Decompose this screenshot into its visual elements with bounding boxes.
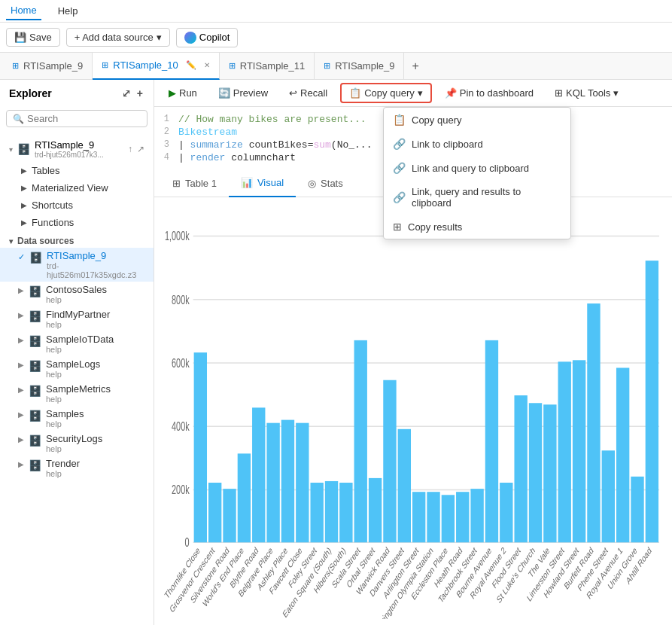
bar-9[interactable] bbox=[325, 481, 338, 542]
data-source-item-4[interactable]: ▶ 🗄️ SampleMetrics help bbox=[0, 381, 154, 406]
link-all-icon: 🔗 bbox=[393, 191, 406, 203]
bar-11[interactable] bbox=[354, 340, 367, 542]
data-source-item-3[interactable]: ▶ 🗄️ SampleLogs help bbox=[0, 356, 154, 381]
data-source-item-7[interactable]: ▶ 🗄️ Trender help bbox=[0, 456, 154, 480]
ds-info-6: SecurityLogs help bbox=[46, 433, 102, 453]
bar-10[interactable] bbox=[339, 483, 352, 542]
chevron-down-icon-cq: ▾ bbox=[418, 87, 423, 99]
copilot-button[interactable]: Copilot bbox=[176, 28, 238, 47]
data-source-item-2[interactable]: ▶ 🗄️ SampleIoTData help bbox=[0, 331, 154, 356]
expand-icon[interactable]: ⤢ bbox=[120, 86, 132, 101]
bar-14[interactable] bbox=[398, 429, 411, 542]
bar-18[interactable] bbox=[456, 492, 469, 542]
data-source-active[interactable]: ✓ 🗄️ RTISample_9 trd-hjut526m017k35xgdc.… bbox=[0, 248, 154, 282]
dropdown-link-query-results[interactable]: 🔗 Link, query and results to clipboard bbox=[384, 180, 570, 215]
bar-16[interactable] bbox=[427, 492, 439, 542]
sidebar-item-shortcuts[interactable]: ▶ Shortcuts bbox=[0, 197, 154, 214]
dropdown-copy-query[interactable]: 📋 Copy query bbox=[384, 108, 570, 132]
result-tab-table[interactable]: ⊞ Table 1 bbox=[160, 170, 229, 197]
ds-info-1: FindMyPartner help bbox=[46, 309, 110, 329]
bar-31[interactable] bbox=[646, 261, 658, 542]
bar-0[interactable] bbox=[194, 352, 207, 542]
edit-icon[interactable]: ✏️ bbox=[186, 60, 196, 70]
add-data-source-button[interactable]: + Add data source ▾ bbox=[66, 28, 170, 47]
bar-29[interactable] bbox=[616, 367, 629, 542]
ds-icon-7: 🗄️ bbox=[29, 459, 41, 471]
bar-1[interactable] bbox=[208, 483, 221, 542]
dropdown-link-clipboard[interactable]: 🔗 Link to clipboard bbox=[384, 132, 570, 156]
bar-4[interactable] bbox=[252, 407, 265, 542]
bar-28[interactable] bbox=[602, 450, 615, 542]
bar-23[interactable] bbox=[529, 403, 542, 542]
stats-icon: ◎ bbox=[308, 178, 316, 189]
bar-25[interactable] bbox=[558, 361, 571, 542]
open-new-icon[interactable]: ↗ bbox=[137, 144, 144, 154]
preview-button[interactable]: 🔄 Preview bbox=[210, 84, 276, 102]
data-source-item-0[interactable]: ▶ 🗄️ ContosoSales help bbox=[0, 282, 154, 306]
run-button[interactable]: ▶ Run bbox=[160, 84, 205, 102]
db-icon-active: 🗄️ bbox=[29, 252, 42, 264]
tab-close-button[interactable]: ✕ bbox=[204, 61, 210, 69]
bar-21[interactable] bbox=[500, 483, 512, 542]
bar-22[interactable] bbox=[514, 395, 527, 542]
bar-19[interactable] bbox=[470, 489, 483, 542]
pin-dashboard-button[interactable]: 📌 Pin to dashboard bbox=[436, 84, 542, 102]
ds-icon-4: 🗄️ bbox=[29, 385, 41, 397]
bar-20[interactable] bbox=[485, 340, 498, 542]
chevron-right-ds-5: ▶ bbox=[18, 410, 24, 419]
search-input[interactable] bbox=[27, 113, 141, 124]
ds-info-5: Samples help bbox=[46, 408, 84, 428]
ds-icon-0: 🗄️ bbox=[29, 285, 41, 297]
result-tab-stats[interactable]: ◎ Stats bbox=[296, 170, 355, 197]
bar-7[interactable] bbox=[296, 423, 309, 543]
menu-help[interactable]: Help bbox=[53, 2, 83, 20]
ds-icon-6: 🗄️ bbox=[29, 434, 41, 447]
sidebar-item-tables[interactable]: ▶ Tables bbox=[0, 162, 154, 179]
explorer-db-item[interactable]: ▾ 🗄️ RTISample_9 trd-hjut526m017k3... ↑ … bbox=[0, 136, 154, 162]
data-source-item-6[interactable]: ▶ 🗄️ SecurityLogs help bbox=[0, 431, 154, 456]
explorer-title: Explorer bbox=[9, 87, 52, 99]
bar-12[interactable] bbox=[369, 478, 382, 542]
bar-24[interactable] bbox=[543, 404, 556, 542]
bar-2[interactable] bbox=[223, 489, 236, 542]
move-up-icon[interactable]: ↑ bbox=[128, 144, 132, 154]
bar-27[interactable] bbox=[587, 303, 600, 542]
result-tab-visual[interactable]: 📊 Visual bbox=[229, 170, 296, 197]
copy-query-button[interactable]: 📋 Copy query ▾ bbox=[340, 83, 431, 103]
kql-tools-button[interactable]: ⊞ KQL Tools ▾ bbox=[546, 84, 627, 102]
menu-home[interactable]: Home bbox=[6, 2, 41, 20]
dropdown-copy-results[interactable]: ⊞ Copy results bbox=[384, 215, 570, 239]
link-query-icon: 🔗 bbox=[393, 162, 406, 174]
tab-rtisample9-2[interactable]: ⊞ RTISample_9 bbox=[315, 53, 404, 80]
search-icon: 🔍 bbox=[13, 114, 24, 124]
copilot-icon bbox=[184, 32, 196, 44]
search-box[interactable]: 🔍 bbox=[6, 110, 147, 127]
chart-area: 0 200k 400k 600k 800k 1,000k Thornlike C… bbox=[154, 197, 672, 625]
bar-3[interactable] bbox=[238, 453, 251, 542]
bar-26[interactable] bbox=[573, 360, 585, 542]
recall-button[interactable]: ↩ Recall bbox=[281, 84, 336, 102]
bar-6[interactable] bbox=[281, 420, 294, 543]
data-source-item-5[interactable]: ▶ 🗄️ Samples help bbox=[0, 406, 154, 431]
tab-rtisample10[interactable]: ⊞ RTISample_10 ✏️ ✕ bbox=[93, 53, 219, 80]
add-icon[interactable]: + bbox=[135, 86, 144, 101]
bar-15[interactable] bbox=[412, 492, 425, 542]
bar-5[interactable] bbox=[266, 423, 279, 543]
dropdown-link-query-clipboard[interactable]: 🔗 Link and query to clipboard bbox=[384, 156, 570, 180]
recall-icon: ↩ bbox=[289, 87, 297, 99]
bar-8[interactable] bbox=[310, 483, 323, 542]
bar-13[interactable] bbox=[383, 380, 396, 543]
save-button[interactable]: 💾 Save bbox=[6, 28, 60, 47]
ds-info-3: SampleLogs help bbox=[46, 358, 100, 379]
data-source-item-1[interactable]: ▶ 🗄️ FindMyPartner help bbox=[0, 306, 154, 331]
data-sources-header: ▾ Data sources bbox=[0, 231, 154, 248]
tab-rtisample11[interactable]: ⊞ RTISample_11 bbox=[220, 53, 315, 80]
chevron-right-icon-mv: ▶ bbox=[21, 184, 27, 192]
data-source-list: ▶ 🗄️ ContosoSales help ▶ 🗄️ FindMyPartne… bbox=[0, 282, 154, 480]
tab-rtisample9-1[interactable]: ⊞ RTISample_9 bbox=[3, 53, 93, 80]
bar-17[interactable] bbox=[442, 495, 455, 542]
bar-30[interactable] bbox=[631, 477, 643, 542]
sidebar-item-materialized-view[interactable]: ▶ Materialized View bbox=[0, 179, 154, 197]
sidebar-item-functions[interactable]: ▶ Functions bbox=[0, 214, 154, 231]
add-tab-button[interactable]: + bbox=[404, 59, 426, 73]
